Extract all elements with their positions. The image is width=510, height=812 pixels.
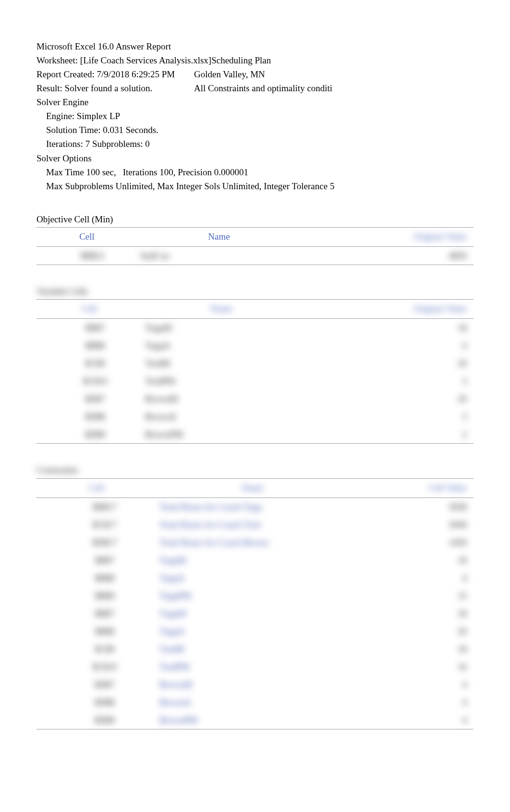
objective-table: Cell Name Original Value $B$21 Staff on … — [36, 227, 474, 265]
variables-col-name: Name — [142, 299, 301, 318]
var-name: TredPM — [142, 372, 301, 390]
var-value: 2 — [301, 425, 474, 444]
solver-engine-title: Solver Engine — [36, 95, 474, 109]
con-value: 20 — [349, 622, 474, 640]
con-value: 3058 — [349, 497, 474, 516]
options-1a: Max Time 100 sec, — [46, 165, 121, 179]
var-value: 3 — [301, 408, 474, 425]
var-name: BrownM — [142, 390, 301, 408]
constraints-col-name: Name — [157, 478, 349, 497]
con-value: 18 — [349, 551, 474, 569]
constraints-table: Cell Name Cell Value $B$17 Total Hours f… — [36, 478, 474, 730]
con-name: Total Hours for Coach Tred — [157, 516, 349, 533]
report-created: Report Created: 7/9/2018 6:29:25 PM — [36, 67, 194, 81]
var-name: ToppA — [142, 337, 301, 354]
variables-table: Cell Name Original Value $B$7 ToppM 18 $… — [36, 299, 474, 444]
table-row: $C$10 — [36, 658, 157, 676]
report-created-location: Golden Valley, MN — [194, 67, 474, 81]
con-value: 4 — [349, 711, 474, 729]
table-row: $C$17 — [36, 516, 157, 533]
con-name: ToppPM — [157, 587, 349, 605]
table-row: $D$9 — [36, 425, 142, 444]
objective-col-cell: Cell — [36, 227, 137, 246]
variables-col-original: Original Value — [301, 299, 474, 318]
var-name: BrownA — [142, 408, 301, 425]
var-value: 4 — [301, 337, 474, 354]
var-value: 20 — [301, 354, 474, 372]
result-detail: All Constraints and optimality conditi — [194, 81, 474, 95]
objective-value: 4850 — [301, 246, 474, 265]
variables-section-title: Variable Cells — [36, 284, 474, 298]
options-1b: Iterations 100, Precision 0.000001 — [123, 167, 248, 177]
con-value: 16 — [349, 658, 474, 676]
engine-line: Engine: Simplex LP — [36, 109, 474, 123]
con-value: 1450 — [349, 533, 474, 551]
var-value: 18 — [301, 319, 474, 337]
con-name: Total Hours for Coach Topp — [157, 497, 349, 516]
options-line-2: Max Subproblems Unlimited, Max Integer S… — [36, 179, 474, 193]
con-name: ToppA — [157, 569, 349, 587]
con-name: ToppA — [157, 622, 349, 640]
objective-col-name: Name — [137, 227, 301, 246]
var-name: TredM — [142, 354, 301, 372]
options-line-1: Max Time 100 sec, Iterations 100, Precis… — [36, 165, 474, 179]
con-value: 4 — [349, 676, 474, 693]
table-row: $D$8 — [36, 693, 157, 711]
objective-col-original: Original Value — [301, 227, 474, 246]
constraints-col-value: Cell Value — [349, 478, 474, 497]
var-value: 3 — [301, 372, 474, 390]
table-row: $D$7 — [36, 390, 142, 408]
con-name: BrownPM — [157, 711, 349, 729]
objective-cell: $B$21 — [36, 246, 137, 265]
con-name: BrownM — [157, 676, 349, 693]
con-value: 4 — [349, 693, 474, 711]
iterations-line: Iterations: 7 Subproblems: 0 — [36, 137, 474, 151]
table-row: $B$8 — [36, 622, 157, 640]
table-row: $B$8 — [36, 337, 142, 354]
var-name: BrownPM — [142, 425, 301, 444]
con-value: 3040 — [349, 516, 474, 533]
table-row: $D$17 — [36, 533, 157, 551]
con-value: 15 — [349, 587, 474, 605]
table-row: $D$8 — [36, 408, 142, 425]
con-value: 18 — [349, 640, 474, 658]
table-row: $B$8 — [36, 569, 157, 587]
var-value: 20 — [301, 390, 474, 408]
con-name: BrownA — [157, 693, 349, 711]
table-row: $C$10 — [36, 372, 142, 390]
con-name: ToppM — [157, 605, 349, 622]
table-row: $B$17 — [36, 497, 157, 516]
solver-options-title: Solver Options — [36, 151, 474, 165]
table-row: $C$9 — [36, 640, 157, 658]
solution-time-line: Solution Time: 0.031 Seconds. — [36, 123, 474, 137]
constraints-col-cell: Cell — [36, 478, 157, 497]
con-value: 4 — [349, 569, 474, 587]
table-row: $D$7 — [36, 676, 157, 693]
con-name: Total Hours for Coach Brown — [157, 533, 349, 551]
result-label: Result: Solver found a solution. — [36, 81, 194, 95]
con-name: TredPM — [157, 658, 349, 676]
table-row: $B$7 — [36, 319, 142, 337]
report-title: Microsoft Excel 16.0 Answer Report — [36, 39, 474, 53]
table-row: $B$7 — [36, 605, 157, 622]
objective-section-title: Objective Cell (Min) — [36, 212, 474, 226]
con-value: 18 — [349, 605, 474, 622]
con-name: TredM — [157, 640, 349, 658]
objective-name: Staff on — [137, 246, 301, 265]
con-name: ToppM — [157, 551, 349, 569]
variables-col-cell: Cell — [36, 299, 142, 318]
table-row: $B$9 — [36, 587, 157, 605]
table-row: $C$9 — [36, 354, 142, 372]
var-name: ToppM — [142, 319, 301, 337]
table-row: $D$9 — [36, 711, 157, 729]
constraints-section-title: Constraints — [36, 463, 474, 477]
table-row: $B$7 — [36, 551, 157, 569]
worksheet-line: Worksheet: [Life Coach Services Analysis… — [36, 53, 474, 67]
